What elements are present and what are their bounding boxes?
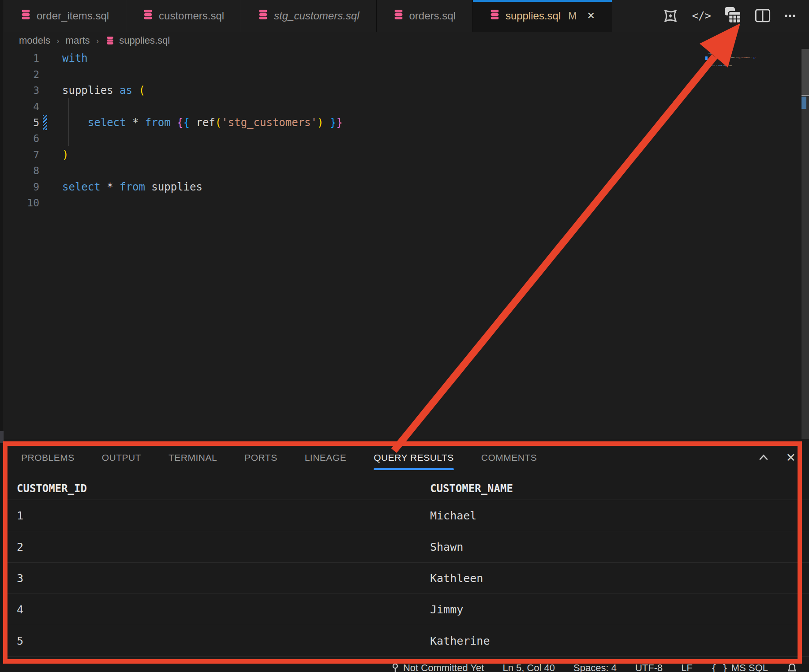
panel-tab-terminal[interactable]: TERMINAL	[169, 439, 217, 476]
code-line-10: 10	[4, 195, 343, 211]
gutter-space	[43, 51, 47, 66]
panel-resize-grip[interactable]	[0, 431, 4, 443]
line-number: 10	[4, 197, 39, 209]
table-row: 5Katherine	[4, 625, 809, 657]
breadcrumb-item-supplies[interactable]: supplies.sql	[105, 35, 170, 46]
editor-actions: </>	[660, 0, 809, 32]
query-results-table: CUSTOMER_IDCUSTOMER_NAME1Michael2Shawn3K…	[4, 477, 809, 657]
line-number: 8	[4, 165, 39, 176]
status-item-eol[interactable]: LF	[681, 662, 693, 672]
bell-icon	[787, 663, 798, 672]
table-cell: 1	[17, 509, 430, 522]
editor-tab-customers[interactable]: customers.sql	[126, 0, 241, 32]
code-line-5: 5 select * from {{ ref('stg_customers') …	[4, 115, 343, 131]
code-line-8: 8	[4, 163, 343, 179]
gutter-space	[43, 83, 47, 98]
gutter-space	[43, 195, 47, 210]
more-actions-icon[interactable]	[783, 8, 798, 23]
code-line-6: 6	[4, 131, 343, 146]
database-icon	[21, 9, 31, 23]
editor-tab-supplies[interactable]: supplies.sqlM✕	[473, 0, 612, 32]
table-cell: Jimmy	[430, 603, 809, 616]
editor-tab-orders[interactable]: orders.sql	[377, 0, 473, 32]
breadcrumb-item-models[interactable]: models	[19, 35, 50, 46]
gutter-space	[43, 147, 47, 162]
panel-tab-bar: PROBLEMSOUTPUTTERMINALPORTSLINEAGEQUERY …	[4, 439, 809, 476]
table-cell: 4	[17, 603, 430, 616]
dbt-icon[interactable]	[660, 6, 681, 26]
gutter-space	[43, 67, 47, 82]
panel-tab-comments[interactable]: COMMENTS	[481, 439, 537, 476]
table-cell: Katherine	[430, 635, 809, 647]
line-number: 4	[4, 101, 39, 112]
editor-tabs: order_items.sqlcustomers.sqlstg_customer…	[4, 0, 612, 32]
code-text: select * from {{ ref('stg_customers') }}	[62, 116, 343, 129]
editor-scrollbar[interactable]	[802, 49, 809, 439]
table-cell: 3	[17, 572, 430, 585]
table-header-row: CUSTOMER_IDCUSTOMER_NAME	[4, 477, 809, 500]
code-text: supplies as (	[62, 84, 145, 97]
column-header[interactable]: CUSTOMER_ID	[17, 482, 430, 495]
code-editor[interactable]: 1with23supplies as (45 select * from {{ …	[4, 49, 809, 439]
status-bar: Not Committed YetLn 5, Col 40Spaces: 4UT…	[0, 664, 809, 672]
gutter-space	[43, 179, 47, 194]
editor-tab-bar: order_items.sqlcustomers.sqlstg_customer…	[4, 0, 809, 32]
vscode-window: order_items.sqlcustomers.sqlstg_customer…	[0, 0, 809, 672]
status-item-git-status[interactable]: Not Committed Yet	[391, 662, 484, 672]
panel-tab-problems[interactable]: PROBLEMS	[21, 439, 75, 476]
code-preview-icon[interactable]: </>	[692, 10, 711, 22]
gutter-space	[43, 99, 47, 114]
status-item-indentation[interactable]: Spaces: 4	[573, 662, 617, 672]
table-row: 3Kathleen	[4, 563, 809, 594]
gutter-space	[43, 131, 47, 146]
indent-guide	[68, 98, 69, 146]
collapse-panel-icon[interactable]	[757, 452, 770, 464]
panel-tab-lineage[interactable]: LINEAGE	[305, 439, 347, 476]
line-number: 9	[4, 181, 39, 193]
minimap[interactable]: with supplies as ( select * from {{ ref(…	[708, 49, 797, 80]
code-text: select * from supplies	[62, 181, 202, 193]
column-header[interactable]: CUSTOMER_NAME	[430, 482, 809, 495]
close-icon[interactable]: ✕	[587, 10, 595, 22]
scrollbar-separator	[802, 95, 809, 96]
line-number: 6	[4, 133, 39, 144]
line-number: 3	[4, 85, 39, 96]
editor-tab-order_items[interactable]: order_items.sql	[4, 0, 126, 32]
code-text: with	[62, 52, 88, 64]
table-cell: Shawn	[430, 541, 809, 553]
bottom-panel: PROBLEMSOUTPUTTERMINALPORTSLINEAGEQUERY …	[4, 439, 809, 664]
breadcrumb-separator: ›	[96, 36, 99, 46]
modified-badge: M	[568, 10, 577, 22]
database-icon	[143, 9, 153, 23]
breadcrumb-item-marts[interactable]: marts	[66, 35, 90, 46]
panel-tab-output[interactable]: OUTPUT	[102, 439, 141, 476]
panel-tab-query-results[interactable]: QUERY RESULTS	[374, 439, 454, 476]
tab-label: customers.sql	[159, 10, 224, 22]
tab-label: stg_customers.sql	[274, 10, 359, 22]
tab-label: order_items.sql	[37, 10, 109, 22]
line-number: 5	[4, 117, 39, 128]
table-row: 4Jimmy	[4, 594, 809, 625]
database-icon	[258, 9, 268, 23]
panel-tab-ports[interactable]: PORTS	[244, 439, 277, 476]
query-results-icon[interactable]	[723, 6, 743, 26]
tab-label: supplies.sql	[506, 10, 561, 22]
status-item-encoding[interactable]: UTF-8	[635, 662, 663, 672]
code-line-7: 7)	[4, 147, 343, 163]
window-left-edge	[0, 0, 4, 672]
scrollbar-slider[interactable]	[802, 49, 809, 95]
table-cell: Michael	[430, 509, 809, 522]
code-line-3: 3supplies as (	[4, 82, 343, 98]
code-line-2: 2	[4, 66, 343, 82]
status-item-notifications[interactable]	[787, 663, 798, 672]
table-row: 1Michael	[4, 500, 809, 531]
close-panel-icon[interactable]: ✕	[786, 451, 796, 465]
status-item-cursor-position[interactable]: Ln 5, Col 40	[502, 662, 555, 672]
line-number: 7	[4, 149, 39, 161]
line-number: 2	[4, 69, 39, 80]
table-cell: Kathleen	[430, 572, 809, 585]
status-item-language-mode[interactable]: { }MS SQL	[711, 662, 768, 672]
editor-tab-stg_customers[interactable]: stg_customers.sql	[241, 0, 376, 32]
split-editor-icon[interactable]	[754, 7, 771, 24]
tab-label: orders.sql	[409, 10, 456, 22]
